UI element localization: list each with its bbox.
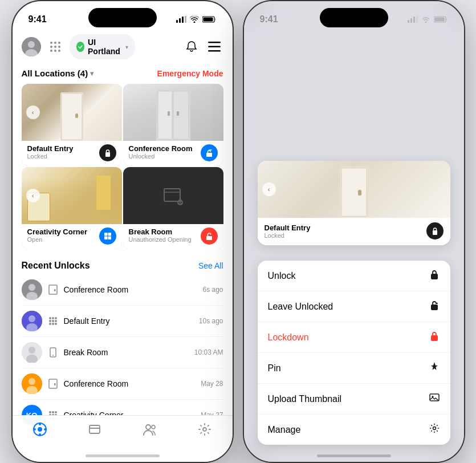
image-icon — [429, 392, 440, 406]
svg-rect-42 — [49, 285, 57, 294]
svg-point-68 — [55, 411, 57, 413]
svg-rect-3 — [185, 16, 186, 23]
action-lockdown[interactable]: Lockdown — [258, 322, 450, 353]
recent-item[interactable]: Conference Room May 28 — [22, 368, 223, 400]
svg-point-16 — [54, 50, 56, 52]
detail-status-bar: 9:41 — [244, 1, 464, 30]
home-indicator-detail — [317, 454, 391, 457]
lockdown-icon — [429, 330, 440, 344]
status-bar: 9:41 — [13, 1, 233, 30]
svg-rect-26 — [158, 91, 172, 139]
svg-point-102 — [433, 427, 436, 430]
svg-rect-64 — [49, 379, 57, 388]
svg-point-49 — [55, 317, 57, 319]
recent-door-name: Conference Room — [64, 285, 197, 294]
recent-time: 6s ago — [202, 286, 223, 294]
door-nav-chevron: ‹ — [26, 105, 40, 119]
org-status-dot — [76, 42, 85, 52]
recent-item[interactable]: Default Entry 10s ago — [22, 306, 223, 337]
svg-point-67 — [52, 411, 54, 413]
door-thumbnail-conference — [153, 90, 193, 141]
door-status: Unauthorized Opening — [129, 236, 192, 243]
unlock-icon — [429, 299, 440, 314]
svg-point-40 — [29, 284, 35, 291]
svg-rect-28 — [168, 111, 170, 116]
door-card-break-room[interactable]: Break Room Unauthorized Opening — [123, 167, 223, 249]
detail-nav-chevron: ‹ — [262, 182, 276, 196]
action-leave-unlocked[interactable]: Leave Unlocked — [258, 291, 450, 322]
svg-point-77 — [39, 423, 41, 425]
svg-rect-91 — [434, 18, 444, 22]
recent-door-name: Default Entry — [64, 316, 193, 326]
phone-main: 9:41 — [11, 0, 234, 463]
tab-home[interactable] — [32, 421, 48, 437]
wifi-icon — [190, 16, 199, 23]
svg-rect-97 — [431, 304, 438, 310]
action-pin[interactable]: Pin — [258, 353, 450, 384]
locations-header: All Locations (4) ▾ Emergency Mode — [13, 64, 233, 84]
org-selector[interactable]: UI Portland ▾ — [70, 34, 136, 59]
recent-item[interactable]: Break Room 10:03 AM — [22, 337, 223, 368]
svg-rect-30 — [206, 153, 212, 157]
recent-item-avatar — [22, 279, 42, 300]
svg-rect-81 — [89, 425, 100, 433]
detail-door-thumbnail: ‹ — [258, 161, 450, 218]
svg-rect-93 — [341, 168, 367, 216]
recent-door-name: Break Room — [64, 348, 189, 357]
list-icon[interactable] — [205, 38, 223, 56]
action-manage-label: Manage — [268, 425, 301, 435]
svg-point-78 — [39, 433, 41, 436]
svg-rect-87 — [410, 18, 412, 23]
door-status: Locked — [27, 153, 74, 160]
svg-rect-34 — [104, 237, 108, 240]
door-badge — [99, 144, 116, 161]
action-menu: Unlock Leave Unlocked Lockdown — [258, 261, 450, 445]
svg-rect-65 — [54, 383, 56, 385]
action-unlock-label: Unlock — [268, 271, 296, 281]
recent-time: 10:03 AM — [194, 348, 223, 356]
recent-item[interactable]: Conference Room 6s ago — [22, 274, 223, 306]
svg-rect-96 — [431, 274, 438, 279]
svg-rect-89 — [416, 16, 418, 23]
org-name: UI Portland — [88, 38, 122, 56]
svg-rect-38 — [206, 236, 212, 240]
user-avatar[interactable] — [22, 37, 41, 56]
battery-icon — [202, 16, 217, 23]
door-card-default-entry[interactable]: ‹ Default Entry Locked — [22, 84, 122, 166]
recent-door-name: Conference Room — [64, 379, 196, 388]
door-card-conference-room[interactable]: Conference Room Unlocked — [123, 84, 223, 166]
grid-menu-icon[interactable] — [46, 37, 65, 56]
emergency-mode-button[interactable]: Emergency Mode — [157, 69, 223, 78]
home-tab-icon — [32, 421, 48, 437]
door-status: Unlocked — [129, 153, 193, 160]
action-unlock[interactable]: Unlock — [258, 261, 450, 291]
door-icon — [48, 285, 58, 295]
locations-title[interactable]: All Locations (4) ▾ — [22, 68, 94, 78]
svg-point-7 — [28, 41, 35, 48]
door-card-creativity-corner[interactable]: ‹ Creativity Corner Open — [22, 167, 122, 249]
detail-status-time: 9:41 — [260, 14, 278, 25]
door-grid: ‹ Default Entry Locked — [13, 84, 233, 249]
svg-rect-27 — [173, 91, 189, 139]
notifications-icon[interactable] — [182, 38, 201, 56]
svg-point-10 — [54, 42, 56, 44]
see-all-button[interactable]: See All — [198, 261, 223, 270]
detail-door-card[interactable]: ‹ Default Entry Locked — [258, 161, 450, 245]
svg-point-53 — [49, 323, 51, 325]
action-manage[interactable]: Manage — [258, 415, 450, 445]
svg-point-47 — [49, 317, 51, 319]
svg-point-45 — [29, 315, 35, 322]
door-name: Break Room — [129, 228, 192, 236]
action-upload-thumbnail[interactable]: Upload Thumbnail — [258, 384, 450, 415]
door-name: Conference Room — [129, 144, 193, 153]
svg-point-9 — [50, 42, 52, 44]
svg-point-76 — [38, 427, 42, 432]
tab-people[interactable] — [142, 421, 158, 437]
tab-card[interactable] — [87, 421, 103, 437]
svg-rect-18 — [208, 42, 221, 43]
svg-point-11 — [58, 42, 60, 44]
door-name: Default Entry — [27, 144, 74, 153]
detail-door-badge — [426, 222, 444, 239]
tab-settings[interactable] — [197, 421, 213, 437]
svg-point-84 — [152, 425, 155, 429]
